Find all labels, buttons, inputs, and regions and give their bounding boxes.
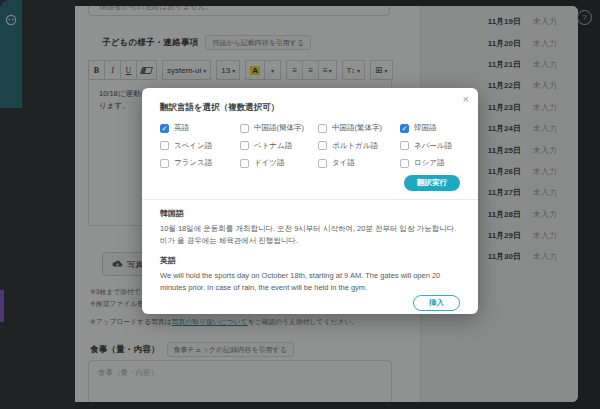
close-icon[interactable]: ×	[463, 94, 469, 105]
result-text-korean: 10월 18일에 운동회를 개최합니다. 오전 9시부터 시작하여, 20분 전…	[160, 223, 460, 247]
checkbox[interactable]	[318, 124, 327, 133]
translation-modal: × 翻訳言語を選択（複数選択可） ✓英語 中国語(簡体字) 中国語(繁体字) ✓…	[142, 88, 478, 314]
language-label: ドイツ語	[254, 158, 285, 168]
checkbox[interactable]	[318, 159, 327, 168]
result-lang-english: 英語	[160, 255, 460, 266]
language-label: 中国語(繁体字)	[332, 123, 382, 133]
language-label: 英語	[174, 123, 189, 133]
language-option-english[interactable]: ✓英語	[160, 123, 240, 133]
checkbox[interactable]: ✓	[400, 124, 409, 133]
checkbox[interactable]	[240, 159, 249, 168]
language-label: ポルトガル語	[332, 141, 378, 151]
checkbox[interactable]	[240, 124, 249, 133]
language-label: 韓国語	[414, 123, 437, 133]
language-option-portuguese[interactable]: ポルトガル語	[318, 141, 400, 151]
language-option-french[interactable]: フランス語	[160, 158, 240, 168]
language-label: フランス語	[174, 158, 212, 168]
modal-title: 翻訳言語を選択（複数選択可）	[160, 102, 460, 114]
language-option-chinese-traditional[interactable]: 中国語(繁体字)	[318, 123, 400, 133]
language-label: ベトナム語	[254, 141, 292, 151]
checkbox[interactable]	[160, 141, 169, 150]
result-text-english: We will hold the sports day on October 1…	[160, 270, 460, 294]
insert-button[interactable]: 挿入	[413, 295, 460, 312]
divider	[142, 199, 478, 200]
run-button-row: 翻訳実行	[160, 175, 460, 191]
result-lang-korean: 韓国語	[160, 208, 460, 219]
language-option-korean[interactable]: ✓韓国語	[400, 123, 460, 133]
checkbox[interactable]	[400, 159, 409, 168]
language-label: スペイン語	[174, 141, 212, 151]
language-checkbox-grid: ✓英語 中国語(簡体字) 中国語(繁体字) ✓韓国語 スペイン語 ベトナム語 ポ…	[160, 123, 460, 168]
language-option-vietnamese[interactable]: ベトナム語	[240, 141, 318, 151]
language-label: ネパール語	[414, 141, 452, 151]
language-option-spanish[interactable]: スペイン語	[160, 141, 240, 151]
language-option-russian[interactable]: ロシア語	[400, 158, 460, 168]
checkbox[interactable]: ✓	[160, 124, 169, 133]
insert-button-row: 挿入	[160, 295, 460, 312]
checkbox[interactable]	[400, 141, 409, 150]
language-option-thai[interactable]: タイ語	[318, 158, 400, 168]
language-option-german[interactable]: ドイツ語	[240, 158, 318, 168]
language-option-nepali[interactable]: ネパール語	[400, 141, 460, 151]
checkbox[interactable]	[240, 141, 249, 150]
language-option-chinese-simplified[interactable]: 中国語(簡体字)	[240, 123, 318, 133]
language-label: 中国語(簡体字)	[254, 123, 304, 133]
run-translation-button[interactable]: 翻訳実行	[404, 175, 460, 191]
language-label: ロシア語	[414, 158, 445, 168]
checkbox[interactable]	[160, 159, 169, 168]
checkbox[interactable]	[318, 141, 327, 150]
language-label: タイ語	[332, 158, 355, 168]
